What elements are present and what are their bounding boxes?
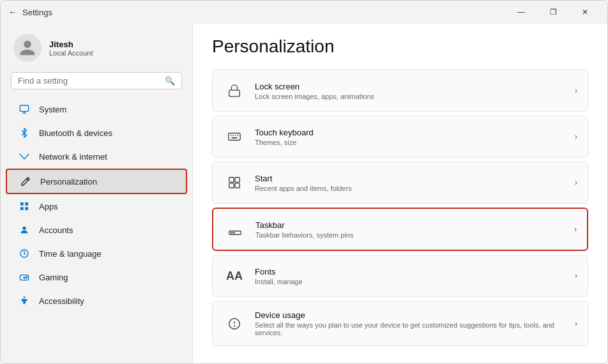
svg-point-14 xyxy=(24,296,26,298)
window-title: Settings xyxy=(22,8,52,17)
taskbar-desc: Taskbar behaviors, system pins xyxy=(255,231,569,239)
user-icon xyxy=(19,39,36,57)
user-section[interactable]: Jitesh Local Account xyxy=(1,24,192,70)
sidebar-item-gaming-label: Gaming xyxy=(39,273,68,282)
search-box[interactable]: 🔍 xyxy=(11,72,182,89)
fonts-icon: AA xyxy=(223,264,246,287)
settings-item-taskbar[interactable]: Taskbar Taskbar behaviors, system pins › xyxy=(212,208,588,251)
bluetooth-icon xyxy=(19,127,30,139)
svg-rect-6 xyxy=(25,207,28,210)
avatar xyxy=(13,34,42,62)
sidebar-item-accounts-label: Accounts xyxy=(39,225,73,235)
settings-item-fonts[interactable]: AA Fonts Install, manage › xyxy=(212,255,588,297)
user-info: Jitesh Local Account xyxy=(49,40,93,57)
taskbar-icon xyxy=(224,218,247,241)
svg-point-13 xyxy=(26,278,26,278)
svg-point-31 xyxy=(234,326,235,326)
sidebar-item-bluetooth-label: Bluetooth & devices xyxy=(39,128,112,138)
touch-keyboard-chevron: › xyxy=(575,132,577,141)
svg-rect-5 xyxy=(20,207,24,210)
touch-keyboard-icon xyxy=(223,125,246,148)
fonts-text: Fonts Install, manage xyxy=(255,267,570,285)
device-usage-title: Device usage xyxy=(255,310,570,320)
device-usage-text: Device usage Select all the ways you pla… xyxy=(255,310,570,337)
sidebar-item-accessibility[interactable]: Accessibility xyxy=(6,289,187,312)
search-icon: 🔍 xyxy=(165,76,175,86)
sidebar: Jitesh Local Account 🔍 System xyxy=(1,24,192,363)
taskbar-title: Taskbar xyxy=(255,220,569,230)
time-icon xyxy=(19,248,30,259)
sidebar-item-apps[interactable]: Apps xyxy=(6,195,187,218)
start-title: Start xyxy=(255,174,570,183)
nav-list: System Bluetooth & devices Network & int… xyxy=(1,97,192,313)
system-icon xyxy=(19,103,30,115)
search-input[interactable] xyxy=(18,76,160,86)
gaming-icon xyxy=(19,271,30,283)
fonts-title: Fonts xyxy=(255,267,570,277)
sidebar-item-apps-label: Apps xyxy=(39,202,58,211)
sidebar-item-personalization[interactable]: Personalization xyxy=(6,169,187,194)
network-icon xyxy=(19,151,30,162)
apps-icon xyxy=(19,201,30,212)
start-text: Start Recent apps and items, folders xyxy=(255,174,570,192)
svg-rect-22 xyxy=(229,178,234,182)
user-account-type: Local Account xyxy=(49,49,93,57)
lock-screen-icon xyxy=(223,79,246,102)
taskbar-chevron: › xyxy=(574,225,577,234)
title-bar: ← Settings — ❐ ✕ xyxy=(1,1,607,24)
user-name: Jitesh xyxy=(49,40,93,49)
svg-rect-4 xyxy=(25,202,28,206)
fonts-desc: Install, manage xyxy=(255,278,570,285)
maximize-button[interactable]: ❐ xyxy=(538,3,568,21)
settings-item-start[interactable]: Start Recent apps and items, folders › xyxy=(212,162,588,204)
sidebar-item-network-label: Network & internet xyxy=(39,152,107,162)
svg-rect-24 xyxy=(229,183,234,188)
device-usage-chevron: › xyxy=(575,319,577,328)
main-panel: Personalization Lock screen Lock screen … xyxy=(192,24,607,363)
sidebar-item-bluetooth[interactable]: Bluetooth & devices xyxy=(6,121,187,144)
device-usage-desc: Select all the ways you plan to use your… xyxy=(255,321,570,337)
minimize-button[interactable]: — xyxy=(506,3,536,21)
lock-screen-title: Lock screen xyxy=(255,82,570,91)
sidebar-item-accessibility-label: Accessibility xyxy=(39,296,84,306)
sidebar-item-system[interactable]: System xyxy=(6,98,187,121)
accessibility-icon xyxy=(19,295,30,307)
settings-item-touch-keyboard[interactable]: Touch keyboard Themes, size › xyxy=(212,116,588,158)
sidebar-item-time[interactable]: Time & language xyxy=(6,242,187,265)
svg-rect-23 xyxy=(235,178,239,182)
device-usage-icon xyxy=(223,312,246,335)
sidebar-item-system-label: System xyxy=(39,105,66,114)
touch-keyboard-title: Touch keyboard xyxy=(255,128,570,137)
brush-icon xyxy=(20,176,31,187)
taskbar-text: Taskbar Taskbar behaviors, system pins xyxy=(255,220,569,239)
touch-keyboard-text: Touch keyboard Themes, size xyxy=(255,128,570,146)
settings-item-lock-screen[interactable]: Lock screen Lock screen images, apps, an… xyxy=(212,70,588,112)
fonts-chevron: › xyxy=(575,271,577,280)
accounts-icon xyxy=(19,224,30,236)
sidebar-item-gaming[interactable]: Gaming xyxy=(6,266,187,289)
sidebar-item-accounts[interactable]: Accounts xyxy=(6,218,187,241)
main-content: Jitesh Local Account 🔍 System xyxy=(1,24,607,363)
svg-rect-15 xyxy=(229,90,240,96)
svg-rect-3 xyxy=(20,202,24,206)
svg-rect-25 xyxy=(235,183,239,188)
sidebar-item-personalization-label: Personalization xyxy=(40,177,97,186)
lock-screen-text: Lock screen Lock screen images, apps, an… xyxy=(255,82,570,100)
svg-rect-16 xyxy=(229,133,240,140)
title-bar-left: ← Settings xyxy=(8,7,52,17)
back-icon[interactable]: ← xyxy=(8,7,17,17)
start-icon xyxy=(223,171,246,194)
start-chevron: › xyxy=(575,178,577,187)
settings-item-device-usage[interactable]: Device usage Select all the ways you pla… xyxy=(212,301,588,346)
svg-rect-0 xyxy=(20,105,28,111)
touch-keyboard-desc: Themes, size xyxy=(255,139,570,146)
svg-point-12 xyxy=(26,277,27,277)
title-bar-controls: — ❐ ✕ xyxy=(506,3,600,21)
lock-screen-desc: Lock screen images, apps, animations xyxy=(255,93,570,100)
start-desc: Recent apps and items, folders xyxy=(255,185,570,192)
close-button[interactable]: ✕ xyxy=(570,3,600,21)
page-title: Personalization xyxy=(212,36,588,57)
lock-screen-chevron: › xyxy=(575,86,577,95)
svg-point-7 xyxy=(22,227,26,230)
sidebar-item-network[interactable]: Network & internet xyxy=(6,145,187,168)
